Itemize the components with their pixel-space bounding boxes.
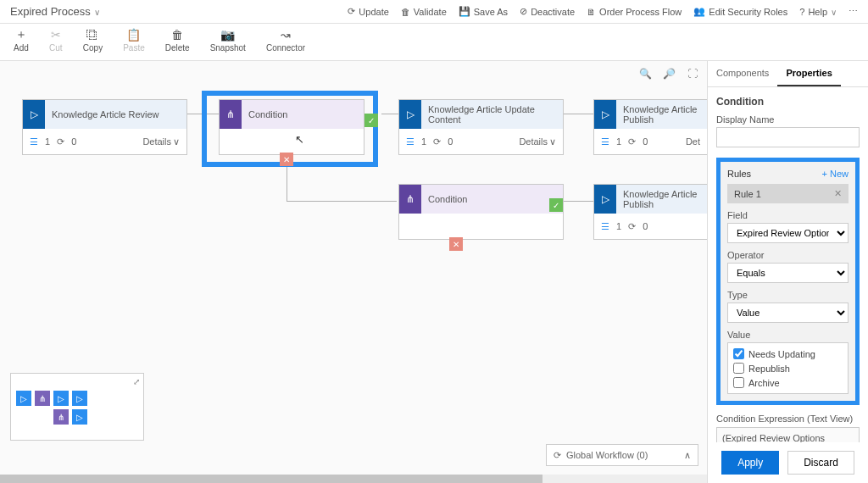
delete-label: Delete: [165, 43, 190, 53]
process-title-text: Expired Process: [10, 5, 91, 18]
expand-icon[interactable]: ⤢: [133, 377, 140, 386]
help-action[interactable]: ?Help: [799, 7, 837, 17]
connector-line: [381, 114, 398, 114]
cut-label: Cut: [49, 43, 63, 53]
steps-count: 1: [421, 136, 426, 147]
rule-title: Rule 1: [734, 189, 761, 199]
value-option-republish[interactable]: Republish: [733, 361, 843, 375]
connector-line: [564, 114, 593, 114]
field-select[interactable]: Expired Review Options: [727, 223, 849, 243]
app-header: Expired Process ⟳Update 🗑Validate 💾Save …: [0, 0, 868, 24]
steps-count: 1: [616, 221, 621, 231]
node-header: ▷ Knowledge Article Publish: [594, 100, 707, 129]
add-tool[interactable]: ＋Add: [14, 28, 29, 53]
node-knowledge-article-publish-2[interactable]: ▷ Knowledge Article Publish ☰1 ⟳0: [593, 184, 707, 240]
value-option-needs[interactable]: Needs Updating: [733, 347, 843, 361]
tab-properties[interactable]: Properties: [777, 61, 840, 86]
copy-tool[interactable]: ⿻Copy: [83, 28, 103, 53]
rules-header: Rules + New: [727, 169, 849, 179]
copy-label: Copy: [83, 43, 103, 53]
refresh-icon: ⟳: [433, 136, 441, 147]
panel-body: Condition Display Name Rules + New Rule …: [708, 87, 868, 442]
condition-expression-label: Condition Expression (Text View): [716, 414, 860, 424]
steps-count: 1: [616, 136, 621, 147]
node-header: ▷ Knowledge Article Publish: [594, 185, 707, 214]
zoom-in-button[interactable]: 🔍: [637, 66, 653, 81]
node-knowledge-article-publish-1[interactable]: ▷ Knowledge Article Publish ☰1 ⟳0 Det: [593, 99, 707, 155]
status-pass-icon: ✓: [364, 114, 378, 127]
panel-footer: Apply Discard: [708, 442, 868, 483]
rule-item[interactable]: Rule 1 ✕: [727, 184, 849, 203]
deactivate-action[interactable]: ⊘Deactivate: [520, 6, 575, 17]
connector-tool[interactable]: ↝Connector: [266, 28, 305, 53]
close-icon[interactable]: ✕: [834, 188, 842, 199]
node-title: Knowledge Article Update Content: [421, 100, 563, 129]
process-title[interactable]: Expired Process: [10, 5, 100, 18]
node-condition-2[interactable]: ⋔ Condition: [398, 184, 564, 240]
minimap-node: ⋔: [35, 391, 50, 406]
details-toggle[interactable]: Details∨: [142, 136, 180, 147]
status-fail-icon: ✕: [280, 153, 293, 166]
save-as-action[interactable]: 💾Save As: [459, 6, 508, 17]
refresh-icon: ⟳: [628, 136, 636, 147]
fit-button[interactable]: ⛶: [685, 66, 700, 81]
paste-icon: 📋: [127, 28, 141, 42]
connector-line: [287, 201, 397, 202]
node-header: ⋔ Condition: [220, 100, 364, 129]
condition-expression-text: (Expired Review Options Equals [Needs Up…: [716, 427, 860, 442]
delete-tool[interactable]: 🗑Delete: [165, 28, 190, 53]
plus-icon: ＋: [14, 28, 28, 42]
update-action[interactable]: ⟳Update: [348, 6, 388, 17]
order-flow-action[interactable]: 🗎Order Process Flow: [587, 7, 682, 17]
validate-action[interactable]: 🗑Validate: [401, 7, 447, 17]
horizontal-scrollbar[interactable]: [0, 475, 707, 483]
order-icon: 🗎: [587, 7, 596, 17]
stage-icon: ▷: [399, 100, 421, 129]
value-option-archive[interactable]: Archive: [733, 375, 843, 390]
designer-canvas[interactable]: 🔍 🔎 ⛶ ▷ Knowledge Article Review ☰1 ⟳0 D…: [0, 61, 707, 483]
snapshot-tool[interactable]: 📷Snapshot: [210, 28, 246, 53]
operator-label: Operator: [727, 250, 849, 260]
node-condition-1[interactable]: ⋔ Condition: [219, 99, 364, 155]
add-rule-link[interactable]: + New: [822, 169, 849, 179]
details-label: Details: [519, 136, 548, 147]
more-action[interactable]: ⋯: [849, 6, 858, 17]
scrollbar-thumb[interactable]: [0, 475, 542, 483]
panel-tabs: Components Properties: [708, 61, 868, 87]
apply-button[interactable]: Apply: [721, 451, 779, 475]
details-toggle[interactable]: Det: [686, 136, 700, 147]
node-body: [220, 129, 364, 154]
display-name-input[interactable]: [716, 127, 860, 147]
stage-icon: ▷: [594, 100, 616, 129]
connector-icon: ↝: [279, 28, 292, 42]
checkbox-republish[interactable]: [733, 363, 744, 374]
type-select[interactable]: Value: [727, 303, 849, 323]
node-title: Condition: [242, 100, 364, 129]
operator-select[interactable]: Equals: [727, 263, 849, 283]
value-option-label: Needs Updating: [748, 349, 815, 359]
node-header: ⋔ Condition: [399, 185, 563, 214]
rules-container: Rules + New Rule 1 ✕ Field Expired Revie…: [716, 158, 860, 405]
node-knowledge-article-review[interactable]: ▷ Knowledge Article Review ☰1 ⟳0 Details…: [22, 99, 187, 155]
value-option-label: Archive: [748, 378, 780, 388]
minimap[interactable]: ⤢ ▷ ⋔ ▷ ▷ ⋔ ▷: [10, 373, 144, 441]
checkbox-archive[interactable]: [733, 377, 744, 388]
security-icon: 👥: [693, 6, 705, 17]
add-label: Add: [14, 43, 29, 53]
tab-components[interactable]: Components: [708, 61, 777, 86]
discard-button[interactable]: Discard: [787, 451, 854, 475]
cut-tool: ✂Cut: [49, 28, 63, 53]
details-label: Details: [142, 136, 171, 147]
chevron-down-icon: [94, 5, 100, 18]
details-toggle[interactable]: Details∨: [519, 136, 556, 147]
status-pass-icon: ✓: [549, 198, 563, 212]
node-knowledge-article-update[interactable]: ▷ Knowledge Article Update Content ☰1 ⟳0…: [398, 99, 564, 155]
checkbox-needs[interactable]: [733, 348, 744, 359]
edit-security-action[interactable]: 👥Edit Security Roles: [693, 6, 787, 17]
chevron-down-icon: ∨: [173, 136, 180, 147]
refresh-icon: ⟳: [628, 221, 636, 232]
zoom-out-button[interactable]: 🔎: [661, 66, 676, 81]
value-option-label: Republish: [748, 364, 790, 374]
global-workflow-bar[interactable]: ⟳ Global Workflow (0) ∧: [546, 444, 698, 466]
validate-label: Validate: [414, 7, 447, 17]
